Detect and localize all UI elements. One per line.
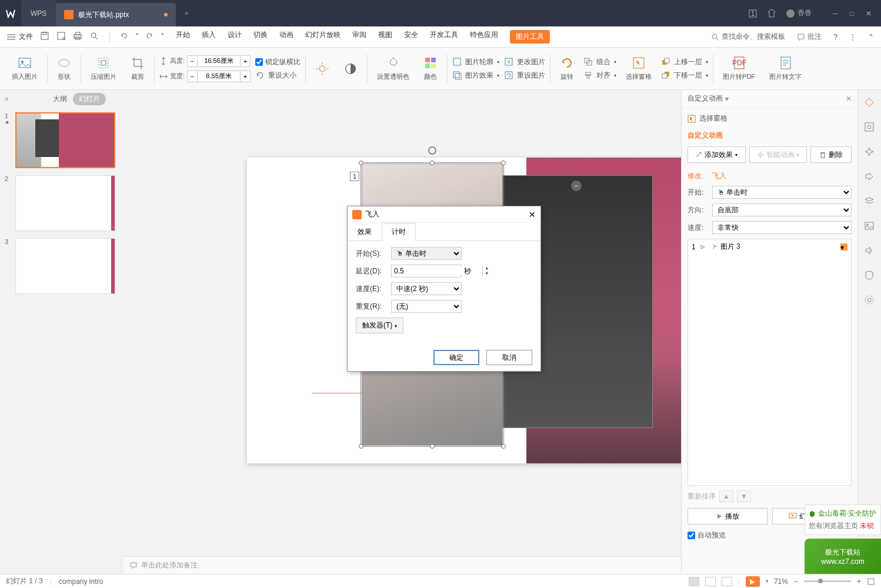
outline-button[interactable]: 图片轮廓▾ [452,57,499,67]
direction-select[interactable]: 自底部 [712,203,852,216]
search-box[interactable]: 查找命令、搜索模板 [711,32,785,42]
tab-picture-tools[interactable]: 图片工具 [510,30,550,44]
contrast-button[interactable] [339,59,362,78]
format-icon[interactable] [864,122,876,133]
spin-down[interactable]: ▾ [482,271,490,276]
document-tab[interactable]: 极光下载站.pptx [56,3,176,26]
slides-tab[interactable]: 幻灯片 [73,93,106,105]
undo-dropdown[interactable]: ▾ [136,31,139,43]
tab-security[interactable]: 安全 [404,30,418,44]
delete-button[interactable]: 删除 [810,146,852,163]
smart-anim-button[interactable]: 智能动画▾ [749,146,807,163]
zoom-out-button[interactable]: − [794,577,798,586]
add-effect-button[interactable]: 添加效果▾ [688,146,746,163]
tab-review[interactable]: 审阅 [352,30,366,44]
trigger-button[interactable]: 触发器(T) ▾ [356,318,403,333]
collapse-panel-icon[interactable]: « [5,95,9,103]
redo-icon[interactable] [145,31,155,42]
shape-button[interactable]: 形状 [52,54,76,83]
delay-spinner[interactable]: ▴▾ [391,265,462,278]
width-minus[interactable]: − [187,71,198,82]
animation-list[interactable]: 1 图片 3 ▾ [688,239,852,486]
save-as-icon[interactable] [56,31,67,42]
close-panel-button[interactable]: ✕ [846,95,852,103]
add-tab-button[interactable]: ＋ [176,8,197,18]
bring-forward-button[interactable]: 上移一层▾ [661,57,708,67]
dialog-titlebar[interactable]: 飞入 ✕ [348,206,540,223]
speed-select[interactable]: 中速(2 秒) [391,282,462,295]
select-pane-button[interactable]: 选择窗格 [621,54,656,83]
tab-design[interactable]: 设计 [228,30,242,44]
slide-thumb-3[interactable] [15,238,115,294]
print-icon[interactable] [73,31,84,42]
print-preview-icon[interactable] [89,31,100,42]
user-avatar[interactable]: 香香 [786,8,812,18]
lock-ratio-checkbox[interactable]: 锁定纵横比 [255,57,301,67]
compress-button[interactable]: 压缩图片 [86,54,121,83]
notes-bar[interactable]: 单击此处添加备注 [124,556,681,574]
change-image-button[interactable]: 更改图片 [504,57,545,67]
save-icon[interactable] [40,31,51,42]
collapse-ribbon-icon[interactable]: ⌃ [868,33,874,41]
dropdown-icon[interactable]: ▾ [725,95,729,103]
tab-animation[interactable]: 动画 [279,30,293,44]
close-button[interactable]: ✕ [866,9,872,18]
reading-view-button[interactable] [722,577,732,586]
diamond-icon[interactable] [864,97,876,109]
skin-icon[interactable] [767,9,776,18]
tab-transition[interactable]: 切换 [253,30,268,44]
slide-thumb-2[interactable] [15,175,115,231]
zoom-in-button[interactable]: + [857,577,861,586]
height-plus[interactable]: + [240,55,251,67]
shield-icon[interactable] [864,270,876,282]
list-item[interactable]: 1 图片 3 ▾ [688,239,851,254]
brightness-button[interactable] [311,59,334,78]
transparency-button[interactable]: 设置透明色 [372,54,414,83]
align-button[interactable]: 对齐▾ [583,71,616,81]
settings-icon[interactable] [864,295,876,306]
timing-tab[interactable]: 计时 [382,223,416,241]
select-pane-link[interactable]: 选择窗格 [688,113,852,123]
height-minus[interactable]: − [187,55,198,67]
slideshow-play-button[interactable]: ▶ [746,576,760,587]
height-input[interactable] [198,55,240,67]
effect-tab[interactable]: 效果 [348,223,382,240]
send-backward-button[interactable]: 下移一层▾ [661,71,708,81]
wps-button[interactable]: WPS [21,0,56,26]
tab-slideshow[interactable]: 幻灯片放映 [305,30,341,44]
cancel-button[interactable]: 取消 [486,350,532,365]
reset-image-button[interactable]: 重设图片 [504,71,545,81]
fit-button[interactable] [867,577,875,586]
maximize-button[interactable]: □ [850,9,854,18]
speed-select[interactable]: 非常快 [712,221,852,234]
insert-image-button[interactable]: 插入图片 [7,54,42,83]
tab-insert[interactable]: 插入 [202,30,216,44]
to-pdf-button[interactable]: PDF 图片转PDF [718,54,760,83]
move-down-button[interactable]: ▼ [737,490,751,502]
rotate-button[interactable]: 旋转 [555,54,579,83]
tab-special[interactable]: 特色应用 [470,30,498,44]
selected-indicator[interactable]: ▾ [840,243,847,250]
dialog-close-button[interactable]: ✕ [529,210,536,219]
tab-start[interactable]: 开始 [176,30,190,44]
repeat-select[interactable]: (无) [391,300,462,313]
width-plus[interactable]: + [240,71,251,82]
animation-icon[interactable] [864,146,876,158]
crop-button[interactable]: 裁剪 [126,54,149,83]
redo-dropdown[interactable]: ▾ [161,31,164,43]
effect-button[interactable]: 图片效果▾ [452,71,499,81]
annotate-button[interactable]: 批注 [797,32,822,42]
play-dropdown[interactable]: ▾ [766,579,768,584]
move-up-button[interactable]: ▲ [719,490,733,502]
reset-size-button[interactable]: 重设大小 [255,71,301,81]
security-tip[interactable]: 金山毒霸·安全防护 您有浏览器主页 未锁 [805,505,881,535]
zoom-slider[interactable] [804,580,851,582]
rotate-handle[interactable] [428,146,436,155]
layer-icon[interactable] [864,196,876,208]
transition-icon[interactable] [864,171,876,183]
to-text-button[interactable]: 图片转文字 [765,54,806,83]
tab-dev[interactable]: 开发工具 [430,30,458,44]
file-menu[interactable]: 文件 [7,32,33,42]
start-select[interactable]: 🖱 单击时 [391,247,462,260]
start-select[interactable]: 🖱 单击时 [712,186,852,199]
